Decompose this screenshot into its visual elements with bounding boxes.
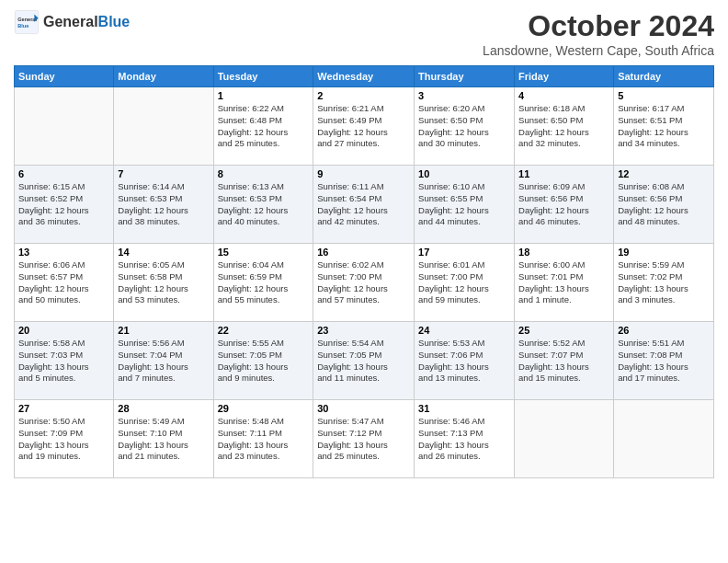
day-number: 26: [618, 325, 710, 336]
day-info: Sunrise: 5:49 AM Sunset: 7:10 PM Dayligh…: [118, 416, 209, 463]
calendar-week-row: 1Sunrise: 6:22 AM Sunset: 6:48 PM Daylig…: [15, 87, 714, 166]
table-row: 10Sunrise: 6:10 AM Sunset: 6:55 PM Dayli…: [415, 166, 515, 244]
calendar-week-row: 27Sunrise: 5:50 AM Sunset: 7:09 PM Dayli…: [15, 400, 714, 478]
table-row: 13Sunrise: 6:06 AM Sunset: 6:57 PM Dayli…: [15, 244, 114, 322]
day-info: Sunrise: 6:09 AM Sunset: 6:56 PM Dayligh…: [518, 181, 609, 228]
col-friday: Friday: [515, 66, 614, 87]
table-row: 18Sunrise: 6:00 AM Sunset: 7:01 PM Dayli…: [515, 244, 614, 322]
table-row: 5Sunrise: 6:17 AM Sunset: 6:51 PM Daylig…: [614, 87, 714, 166]
day-number: 13: [18, 247, 109, 258]
table-row: 29Sunrise: 5:48 AM Sunset: 7:11 PM Dayli…: [213, 400, 313, 478]
day-number: 1: [218, 90, 310, 101]
col-sunday: Sunday: [15, 66, 114, 87]
day-info: Sunrise: 6:22 AM Sunset: 6:48 PM Dayligh…: [218, 103, 310, 150]
table-row: 25Sunrise: 5:52 AM Sunset: 7:07 PM Dayli…: [515, 322, 614, 400]
svg-text:Blue: Blue: [17, 23, 28, 29]
table-row: 22Sunrise: 5:55 AM Sunset: 7:05 PM Dayli…: [213, 322, 313, 400]
location: Lansdowne, Western Cape, South Africa: [483, 43, 714, 58]
day-info: Sunrise: 6:01 AM Sunset: 7:00 PM Dayligh…: [418, 259, 510, 306]
table-row: 16Sunrise: 6:02 AM Sunset: 7:00 PM Dayli…: [313, 244, 415, 322]
day-info: Sunrise: 5:55 AM Sunset: 7:05 PM Dayligh…: [218, 338, 310, 385]
table-row: 3Sunrise: 6:20 AM Sunset: 6:50 PM Daylig…: [415, 87, 515, 166]
col-wednesday: Wednesday: [313, 66, 415, 87]
table-row: 24Sunrise: 5:53 AM Sunset: 7:06 PM Dayli…: [415, 322, 515, 400]
day-info: Sunrise: 5:48 AM Sunset: 7:11 PM Dayligh…: [218, 416, 310, 463]
logo-text-blue: Blue: [98, 14, 131, 30]
calendar-week-row: 13Sunrise: 6:06 AM Sunset: 6:57 PM Dayli…: [15, 244, 714, 322]
table-row: 20Sunrise: 5:58 AM Sunset: 7:03 PM Dayli…: [15, 322, 114, 400]
calendar-week-row: 6Sunrise: 6:15 AM Sunset: 6:52 PM Daylig…: [15, 166, 714, 244]
day-info: Sunrise: 6:11 AM Sunset: 6:54 PM Dayligh…: [317, 181, 410, 228]
table-row: 23Sunrise: 5:54 AM Sunset: 7:05 PM Dayli…: [313, 322, 415, 400]
table-row: 6Sunrise: 6:15 AM Sunset: 6:52 PM Daylig…: [15, 166, 114, 244]
table-row: 26Sunrise: 5:51 AM Sunset: 7:08 PM Dayli…: [614, 322, 714, 400]
day-number: 10: [418, 168, 510, 179]
day-number: 3: [418, 90, 510, 101]
logo-icon: General Blue: [14, 9, 40, 35]
day-number: 12: [618, 168, 710, 179]
day-info: Sunrise: 6:20 AM Sunset: 6:50 PM Dayligh…: [418, 103, 510, 150]
table-row: 11Sunrise: 6:09 AM Sunset: 6:56 PM Dayli…: [515, 166, 614, 244]
day-number: 27: [18, 403, 109, 414]
table-row: 12Sunrise: 6:08 AM Sunset: 6:56 PM Dayli…: [614, 166, 714, 244]
day-info: Sunrise: 6:17 AM Sunset: 6:51 PM Dayligh…: [618, 103, 710, 150]
calendar-week-row: 20Sunrise: 5:58 AM Sunset: 7:03 PM Dayli…: [15, 322, 714, 400]
day-info: Sunrise: 5:47 AM Sunset: 7:12 PM Dayligh…: [317, 416, 410, 463]
day-number: 18: [518, 247, 609, 258]
day-info: Sunrise: 6:06 AM Sunset: 6:57 PM Dayligh…: [18, 259, 109, 306]
table-row: 17Sunrise: 6:01 AM Sunset: 7:00 PM Dayli…: [415, 244, 515, 322]
day-info: Sunrise: 5:59 AM Sunset: 7:02 PM Dayligh…: [618, 259, 710, 306]
day-info: Sunrise: 5:50 AM Sunset: 7:09 PM Dayligh…: [18, 416, 109, 463]
day-number: 28: [118, 403, 209, 414]
title-area: October 2024 Lansdowne, Western Cape, So…: [483, 9, 714, 58]
day-info: Sunrise: 6:05 AM Sunset: 6:58 PM Dayligh…: [118, 259, 209, 306]
calendar-table: Sunday Monday Tuesday Wednesday Thursday…: [14, 65, 714, 478]
day-info: Sunrise: 6:14 AM Sunset: 6:53 PM Dayligh…: [118, 181, 209, 228]
day-info: Sunrise: 5:46 AM Sunset: 7:13 PM Dayligh…: [418, 416, 510, 463]
day-info: Sunrise: 6:10 AM Sunset: 6:55 PM Dayligh…: [418, 181, 510, 228]
logo: General Blue General Blue: [14, 9, 130, 35]
table-row: 7Sunrise: 6:14 AM Sunset: 6:53 PM Daylig…: [114, 166, 213, 244]
table-row: 8Sunrise: 6:13 AM Sunset: 6:53 PM Daylig…: [213, 166, 313, 244]
day-number: 31: [418, 403, 510, 414]
table-row: [114, 87, 213, 166]
day-number: 6: [18, 168, 109, 179]
day-info: Sunrise: 5:56 AM Sunset: 7:04 PM Dayligh…: [118, 338, 209, 385]
day-info: Sunrise: 6:00 AM Sunset: 7:01 PM Dayligh…: [518, 259, 609, 306]
day-number: 30: [317, 403, 410, 414]
day-number: 15: [218, 247, 310, 258]
table-row: 27Sunrise: 5:50 AM Sunset: 7:09 PM Dayli…: [15, 400, 114, 478]
table-row: 1Sunrise: 6:22 AM Sunset: 6:48 PM Daylig…: [213, 87, 313, 166]
month-title: October 2024: [483, 9, 714, 43]
day-info: Sunrise: 5:58 AM Sunset: 7:03 PM Dayligh…: [18, 338, 109, 385]
table-row: 2Sunrise: 6:21 AM Sunset: 6:49 PM Daylig…: [313, 87, 415, 166]
table-row: 19Sunrise: 5:59 AM Sunset: 7:02 PM Dayli…: [614, 244, 714, 322]
day-number: 25: [518, 325, 609, 336]
day-info: Sunrise: 5:54 AM Sunset: 7:05 PM Dayligh…: [317, 338, 410, 385]
day-number: 4: [518, 90, 609, 101]
col-tuesday: Tuesday: [213, 66, 313, 87]
table-row: 31Sunrise: 5:46 AM Sunset: 7:13 PM Dayli…: [415, 400, 515, 478]
day-number: 21: [118, 325, 209, 336]
day-number: 7: [118, 168, 209, 179]
table-row: 30Sunrise: 5:47 AM Sunset: 7:12 PM Dayli…: [313, 400, 415, 478]
day-info: Sunrise: 6:13 AM Sunset: 6:53 PM Dayligh…: [218, 181, 310, 228]
day-number: 5: [618, 90, 710, 101]
day-number: 22: [218, 325, 310, 336]
col-monday: Monday: [114, 66, 213, 87]
day-info: Sunrise: 6:21 AM Sunset: 6:49 PM Dayligh…: [317, 103, 410, 150]
table-row: 9Sunrise: 6:11 AM Sunset: 6:54 PM Daylig…: [313, 166, 415, 244]
day-number: 29: [218, 403, 310, 414]
day-info: Sunrise: 5:51 AM Sunset: 7:08 PM Dayligh…: [618, 338, 710, 385]
day-info: Sunrise: 6:08 AM Sunset: 6:56 PM Dayligh…: [618, 181, 710, 228]
day-number: 17: [418, 247, 510, 258]
col-saturday: Saturday: [614, 66, 714, 87]
day-number: 11: [518, 168, 609, 179]
day-number: 16: [317, 247, 410, 258]
day-number: 2: [317, 90, 410, 101]
col-thursday: Thursday: [415, 66, 515, 87]
table-row: [614, 400, 714, 478]
table-row: 15Sunrise: 6:04 AM Sunset: 6:59 PM Dayli…: [213, 244, 313, 322]
day-number: 14: [118, 247, 209, 258]
day-info: Sunrise: 6:04 AM Sunset: 6:59 PM Dayligh…: [218, 259, 310, 306]
